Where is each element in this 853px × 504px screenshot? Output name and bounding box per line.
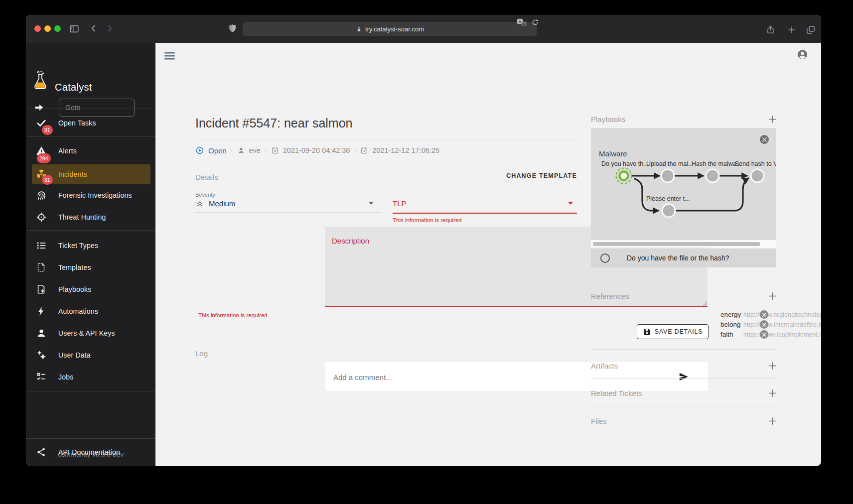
divider <box>26 230 155 231</box>
divider <box>26 109 155 109</box>
alerts-badge: 294 <box>37 153 51 163</box>
goto-arrow-icon <box>33 102 44 113</box>
url-field[interactable]: try.catalyst-soar.com <box>243 22 537 36</box>
created-calendar-icon <box>271 146 279 154</box>
sidebar-item-threat-hunting[interactable]: Threat Hunting <box>32 207 150 227</box>
save-details-label: SAVE DETAILS <box>655 328 703 335</box>
remove-reference-icon[interactable] <box>760 320 768 329</box>
back-icon[interactable] <box>89 24 98 33</box>
owner-icon <box>237 146 245 154</box>
severity-medium-icon <box>195 199 204 208</box>
owner-text: eve <box>249 146 261 154</box>
change-template-button[interactable]: CHANGE TEMPLATE <box>444 172 577 179</box>
sidebar-item-automations[interactable]: Automations <box>32 301 150 321</box>
incidents-badge: 31 <box>42 175 53 185</box>
browser-titlebar: try.catalyst-soar.com A <box>26 15 821 43</box>
forward-icon[interactable] <box>105 24 114 33</box>
list-icon <box>36 240 47 251</box>
add-reference-button[interactable] <box>767 290 779 302</box>
meta-separator: · <box>265 146 267 154</box>
brand-title: Catalyst <box>55 82 92 93</box>
translate-icon[interactable]: A <box>517 18 527 27</box>
playbooks-header: Playbooks <box>591 115 625 124</box>
sidebar-item-templates[interactable]: Templates <box>32 257 150 277</box>
sidebar-toggle-icon[interactable] <box>69 23 80 34</box>
modified-calendar-icon <box>360 146 368 154</box>
url-field-actions: A <box>517 15 539 29</box>
related-tickets-header: Related Tickets <box>591 389 642 397</box>
playbook-scrollbar-thumb[interactable] <box>593 242 760 246</box>
remove-reference-icon[interactable] <box>760 330 768 339</box>
tlp-label: TLP <box>393 199 407 208</box>
modified-text: 2021-12-12 17:06:25 <box>372 146 439 154</box>
log-header: Log <box>195 349 208 358</box>
maximize-window-button[interactable] <box>54 25 61 32</box>
app-bar <box>155 43 821 68</box>
remove-reference-icon[interactable] <box>760 310 768 319</box>
reference-url: http://www.internalredefine.info/holisti… <box>743 321 821 328</box>
sidebar-item-label: Threat Hunting <box>58 213 106 221</box>
send-icon[interactable] <box>679 372 689 382</box>
divider <box>195 139 577 139</box>
sidebar-item-jobs[interactable]: Jobs <box>32 367 150 387</box>
catalyst-logo-icon <box>33 70 48 91</box>
severity-value: Medium <box>209 199 235 208</box>
sidebar-item-user-data[interactable]: User Data <box>32 345 150 365</box>
references-header: References <box>591 292 629 300</box>
person-icon <box>36 328 47 339</box>
close-window-button[interactable] <box>34 25 41 32</box>
task-text: Do you have the file or the hash? <box>627 254 729 262</box>
description-required-error: This information is required <box>198 312 268 318</box>
tab-overview-icon[interactable] <box>806 25 816 35</box>
sidebar-item-label: Forensic Investigations <box>58 191 132 199</box>
task-radio[interactable] <box>600 253 610 263</box>
lock-icon <box>356 26 362 33</box>
add-artifact-button[interactable] <box>767 360 779 372</box>
divider <box>26 391 155 391</box>
menu-icon[interactable] <box>164 52 175 60</box>
add-related-ticket-button[interactable] <box>767 387 779 399</box>
playbook-icon <box>36 284 47 295</box>
reference-url: https://www.leadimplement.io/communities <box>743 331 821 338</box>
sidebar: Catalyst Open Tasks 91 Alerts 294 Incide… <box>26 43 155 466</box>
playbook-task-row: Do you have the file or the hash? <box>591 249 776 267</box>
add-file-button[interactable] <box>767 415 779 427</box>
sidebar-item-forensic-investigations[interactable]: Forensic Investigations <box>32 185 150 205</box>
share-icon[interactable] <box>766 25 775 35</box>
severity-underline <box>195 213 381 213</box>
status-text: Open <box>208 146 227 155</box>
privacy-shield-icon[interactable] <box>227 23 238 34</box>
template-icon <box>36 262 47 273</box>
divider <box>591 378 776 379</box>
share-network-icon <box>36 447 47 458</box>
sidebar-item-label: User Data <box>58 351 91 359</box>
sidebar-item-users-api-keys[interactable]: Users & API Keys <box>32 323 150 343</box>
tlp-caret-icon <box>568 202 573 205</box>
divider <box>591 349 776 350</box>
browser-window: try.catalyst-soar.com A Catalyst Op <box>26 15 821 466</box>
account-icon[interactable] <box>797 49 808 60</box>
playbook-card-malware: Malware Do you have th... Upload the mal… <box>591 128 776 240</box>
add-playbook-button[interactable] <box>767 114 779 126</box>
open-tasks-badge: 91 <box>42 125 53 135</box>
gears-icon <box>36 350 47 361</box>
sidebar-item-label: Incidents <box>58 170 87 178</box>
severity-select[interactable]: Medium <box>195 197 381 209</box>
url-text: try.catalyst-soar.com <box>365 25 424 33</box>
playbook-graph <box>591 128 776 240</box>
divider <box>591 406 776 406</box>
sidebar-item-api-documentation[interactable]: API Documentation <box>32 442 150 462</box>
divider <box>26 438 155 439</box>
sidebar-item-playbooks[interactable]: Playbooks <box>32 279 150 299</box>
sidebar-item-label: API Documentation <box>58 448 120 456</box>
main-content: Incident #5547: near salmon Open · eve ·… <box>155 43 821 466</box>
tlp-select[interactable]: TLP <box>393 197 577 209</box>
new-tab-icon[interactable] <box>787 25 796 34</box>
minimize-window-button[interactable] <box>44 25 51 32</box>
sidebar-item-ticket-types[interactable]: Ticket Types <box>32 236 150 255</box>
meta-separator: · <box>354 146 356 154</box>
reference-name: belong <box>720 321 741 328</box>
save-details-button[interactable]: SAVE DETAILS <box>637 324 709 339</box>
reload-icon[interactable] <box>531 18 539 26</box>
divider <box>26 136 155 137</box>
